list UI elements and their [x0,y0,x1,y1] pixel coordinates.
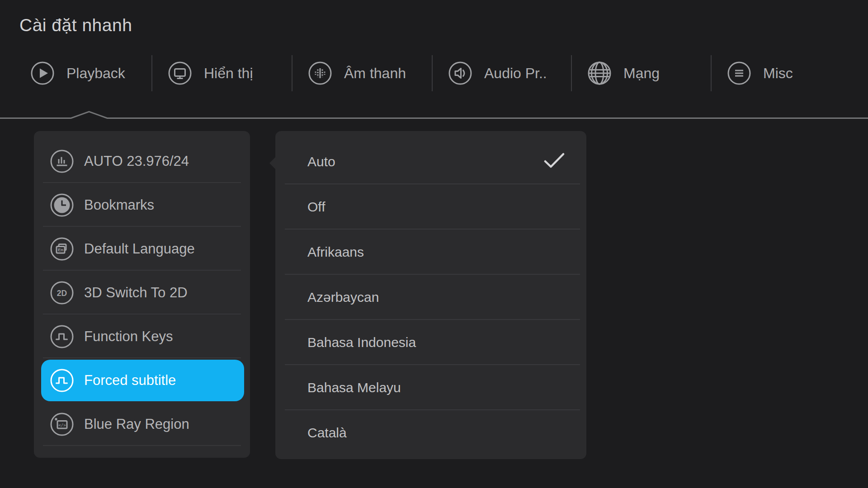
tab-label: Audio Pr.. [484,65,547,82]
menu-item-label: Default Language [84,241,195,257]
option-label: Català [307,425,347,441]
checkmark-icon [544,153,565,171]
menu-item-blue-ray-region[interactable]: </> Blue Ray Region [34,402,250,446]
option-label: Bahasa Melayu [307,380,401,395]
menu-item-label: Function Keys [84,328,173,345]
active-tab-indicator [0,111,868,120]
tab-display[interactable]: Hiển thị [152,52,292,94]
play-circle-icon [30,61,55,85]
tab-audio-pr[interactable]: Audio Pr.. [433,52,571,94]
panel-pointer-notch [269,157,276,169]
speaker-circle-icon [448,61,472,85]
menu-item-label: Forced subtitle [84,372,176,389]
menu-item-3d-switch[interactable]: 2D 3D Switch To 2D [34,271,250,314]
option-label: Auto [307,154,335,169]
menu-item-label: Blue Ray Region [84,416,189,432]
tab-playback[interactable]: Playback [19,52,151,94]
menu-item-label: 3D Switch To 2D [84,285,188,301]
tab-label: Misc [763,65,793,82]
menu-item-label: Bookmarks [84,197,154,213]
row-separator [43,445,241,446]
region-icon: </> [50,412,74,436]
row-separator [43,357,241,358]
option-off[interactable]: Off [275,184,586,230]
menu-item-auto-framerate[interactable]: AUTO 23.976/24 [34,139,250,183]
2d-icon: 2D [50,281,74,305]
pulse-icon [50,324,74,349]
equalizer-circle-icon [308,61,332,85]
forced-subtitle-options: Auto Off Afrikaans Azərbaycan Bahasa Ind… [275,131,586,459]
option-azerbaycan[interactable]: Azərbaycan [275,275,586,320]
menu-item-default-language[interactable]: En Default Language [34,227,250,271]
framerate-icon [50,149,74,174]
option-label: Off [307,199,325,215]
menu-item-function-keys[interactable]: Function Keys [34,314,250,358]
globe-icon [587,61,612,85]
tab-label: Hiển thị [204,65,253,82]
option-catala[interactable]: Català [275,410,586,455]
page-title: Cài đặt nhanh [19,15,132,35]
clock-icon [50,193,74,217]
pulse-icon [50,368,74,393]
option-label: Bahasa Indonesia [307,335,416,350]
svg-text:</>: </> [58,423,66,427]
option-label: Azərbaycan [307,290,379,305]
menu-item-forced-subtitle[interactable]: Forced subtitle [41,360,244,401]
tab-label: Mạng [623,65,660,82]
settings-tab-bar: Playback Hiển thị Âm thanh [19,52,868,94]
option-bahasa-indonesia[interactable]: Bahasa Indonesia [275,320,586,365]
playback-settings-menu: AUTO 23.976/24 Bookmarks En Default Lang… [34,131,250,458]
quick-settings-screen: { "title": "Cài đặt nhanh", "accent_colo… [0,0,868,488]
menu-item-label: AUTO 23.976/24 [84,153,189,169]
tab-label: Playback [66,65,125,82]
menu-circle-icon [727,61,751,85]
menu-item-bookmarks[interactable]: Bookmarks [34,183,250,227]
tab-misc[interactable]: Misc [712,52,868,94]
svg-text:En: En [58,247,63,252]
svg-text:2D: 2D [57,288,67,297]
option-bahasa-melayu[interactable]: Bahasa Melayu [275,365,586,410]
language-icon: En [50,237,74,261]
tab-network[interactable]: Mạng [572,52,711,94]
option-auto[interactable]: Auto [275,139,586,184]
tab-sound[interactable]: Âm thanh [292,52,432,94]
display-circle-icon [168,61,192,85]
tab-label: Âm thanh [344,65,406,82]
option-label: Afrikaans [307,244,364,260]
option-afrikaans[interactable]: Afrikaans [275,230,586,275]
